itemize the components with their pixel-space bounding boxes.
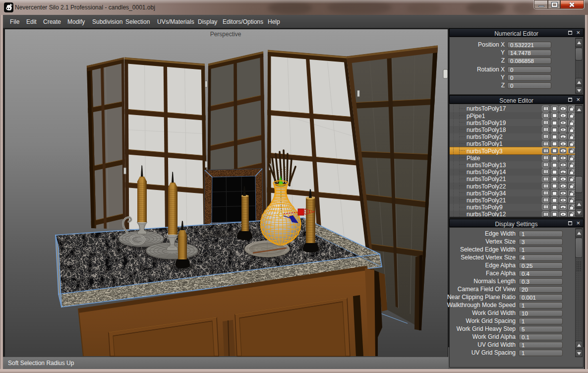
svg-text:Perspective: Perspective (210, 31, 241, 38)
